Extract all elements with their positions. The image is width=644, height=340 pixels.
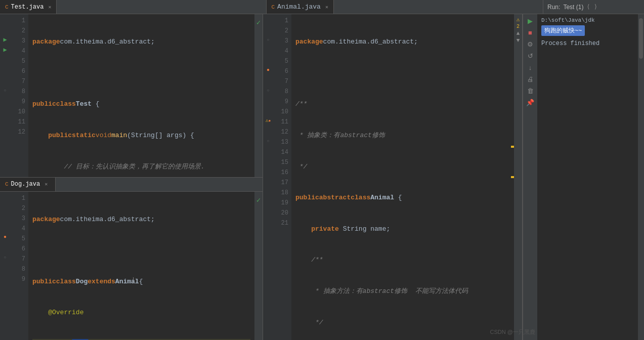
- tab-dog-close[interactable]: ✕: [45, 181, 48, 187]
- dog-orange-5: ●: [4, 234, 7, 240]
- animal-line-6: public abstract class Animal {: [295, 193, 505, 203]
- run-output-badge: 狗跑的贼快~~: [541, 25, 585, 36]
- tab-test[interactable]: C Test.java ✕: [0, 0, 57, 14]
- run-label: Run:: [547, 4, 560, 11]
- tab-animal[interactable]: C Animal.java ✕: [266, 0, 333, 14]
- tab-dog-icon: C: [5, 181, 9, 187]
- scrollbar-thumb[interactable]: [639, 18, 643, 59]
- run-build-btn[interactable]: ⚙: [526, 39, 534, 49]
- test-line-2: [32, 68, 250, 78]
- watermark: CSDN @一只黑鹿: [490, 328, 535, 336]
- dog-circle-7: ○: [4, 255, 7, 260]
- test-line-3: public class Test {: [32, 100, 250, 110]
- animal-line-9: * 抽象方法：有abstract修饰 不能写方法体代码: [295, 286, 505, 296]
- animal-line-10: */: [295, 318, 505, 328]
- animal-orange-11: ●: [269, 118, 271, 123]
- far-right-scrollbar[interactable]: [638, 14, 644, 340]
- dog-line-1: package com.itheima.d6_abstract;: [32, 215, 250, 225]
- animal-nav-up[interactable]: ▲: [517, 30, 520, 36]
- run-stop-btn[interactable]: ■: [527, 28, 533, 37]
- run-nav-icon: ⟨ ⟩: [586, 3, 597, 11]
- animal-warn-icon: ⚠: [517, 16, 520, 23]
- tab-test-close[interactable]: ✕: [48, 4, 51, 10]
- run-output-panel: D:\soft\Java\jdk 狗跑的贼快~~ Process finishe…: [537, 14, 638, 340]
- run-arrow-4: ▶: [3, 46, 7, 54]
- animal-orange-6: ●: [267, 67, 270, 73]
- tab-test-label: Test.java: [11, 4, 44, 11]
- test-line-5: // 目标：先认识抽象类，再了解它的使用场景.: [32, 162, 250, 172]
- test-line-1: package com.itheima.d6_abstract;: [32, 37, 250, 48]
- test-checkmark: ✓: [254, 16, 263, 29]
- run-scroll-end-btn[interactable]: ↓: [528, 63, 533, 72]
- test-line-numbers: 123456789101112: [10, 14, 28, 178]
- run-active-label: Test (1): [563, 4, 583, 11]
- animal-line-7: private String name;: [295, 224, 505, 234]
- run-rerun-btn[interactable]: ↺: [527, 51, 534, 61]
- dog-line-3: public class Dog extends Animal{: [32, 277, 250, 287]
- animal-line-3: /**: [295, 100, 505, 110]
- animal-circle-8: ○: [267, 88, 270, 93]
- animal-nav-down[interactable]: ▼: [517, 37, 520, 44]
- dog-checkmark: ✓: [254, 194, 263, 206]
- dog-tab-bar: C Dog.java ✕: [0, 178, 263, 192]
- animal-line-numbers: 123456789101112131415161718192021: [273, 14, 291, 340]
- animal-line-4: * 抽象类：有abstract修饰: [295, 131, 505, 141]
- animal-gutter: ○ ● ○ ⚠● ○: [263, 14, 273, 340]
- tab-dog-label: Dog.java: [11, 181, 40, 188]
- animal-code-content[interactable]: package com.itheima.d6_abstract; /** * 抽…: [291, 14, 509, 340]
- test-code-content[interactable]: package com.itheima.d6_abstract; public …: [28, 14, 254, 178]
- test-line-4: public static void main(String[] args) {: [32, 131, 250, 141]
- animal-warn-count: 2: [517, 24, 520, 29]
- dog-line-numbers: 123456789: [10, 192, 28, 341]
- run-print-btn[interactable]: 🖨: [526, 74, 535, 84]
- animal-circle-13: ○: [267, 139, 270, 143]
- run-pin-btn[interactable]: 📌: [525, 98, 535, 107]
- run-arrow-3: ▶: [3, 36, 7, 44]
- run-path: D:\soft\Java\jdk: [541, 17, 634, 23]
- tab-animal-label: Animal.java: [277, 3, 321, 11]
- animal-line-5: */: [295, 162, 505, 172]
- dog-line-4: @Override: [32, 308, 250, 318]
- tab-animal-close[interactable]: ✕: [325, 4, 328, 10]
- animal-line-8: /**: [295, 256, 505, 266]
- animal-line-2: [295, 68, 505, 78]
- circle-8: ○: [4, 88, 7, 93]
- run-header: Run: Test (1) ⟨ ⟩: [543, 0, 644, 14]
- run-clear-btn[interactable]: 🗑: [526, 86, 535, 96]
- tab-test-icon: C: [5, 4, 9, 10]
- run-side-toolbar: ▶ ■ ⚙ ↺ ↓ 🖨 🗑 📌: [523, 14, 537, 340]
- tab-animal-icon: C: [272, 4, 275, 10]
- dog-line-2: [32, 246, 250, 256]
- dog-code-content[interactable]: package com.itheima.d6_abstract; public …: [28, 192, 254, 341]
- run-play-btn[interactable]: ▶: [527, 16, 534, 26]
- animal-circle-3: ○: [267, 37, 270, 42]
- test-gutter: ▶ ▶ ○: [0, 14, 10, 178]
- run-finished-text: Process finished: [541, 40, 634, 47]
- dog-gutter: ● ○: [0, 192, 10, 341]
- tab-dog[interactable]: C Dog.java ✕: [0, 178, 56, 191]
- animal-line-1: package com.itheima.d6_abstract;: [295, 37, 505, 48]
